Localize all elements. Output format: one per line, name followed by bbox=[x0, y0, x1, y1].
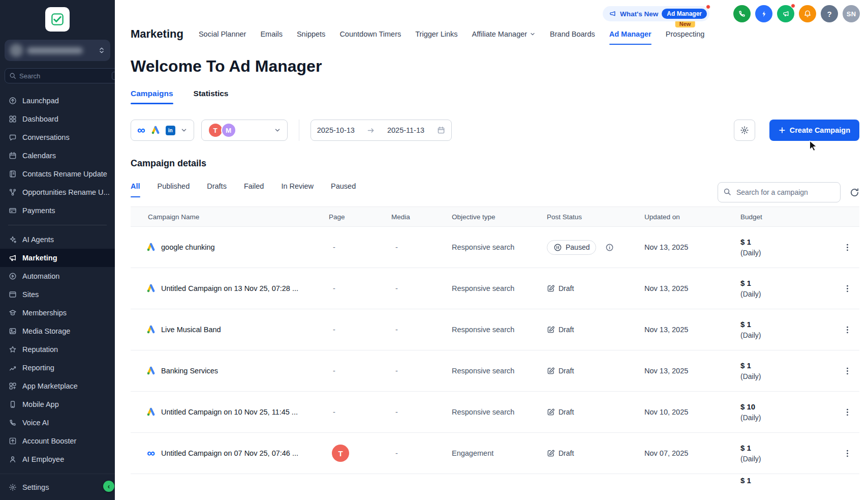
cell-campaign-name: ∞ Banking Services bbox=[131, 366, 329, 376]
sidebar-collapse-button[interactable]: ‹ bbox=[103, 481, 114, 492]
marketing-header: Marketing Social Planner Emails Snippets… bbox=[131, 27, 859, 41]
sidebar-item-dashboard[interactable]: Dashboard bbox=[0, 110, 115, 128]
sidebar-item-reputation[interactable]: Reputation bbox=[0, 340, 115, 359]
table-row[interactable]: ∞ Live Musical Band - - Responsive searc… bbox=[131, 309, 859, 350]
cell-post-status: Draft bbox=[547, 408, 644, 416]
notification-dot bbox=[706, 5, 710, 9]
agency-logo bbox=[45, 7, 70, 32]
tab-paused[interactable]: Paused bbox=[331, 182, 356, 197]
sidebar-item-voice-ai[interactable]: Voice AI bbox=[0, 414, 115, 432]
help-button[interactable]: ? bbox=[821, 5, 838, 22]
user-avatar[interactable]: SN bbox=[843, 5, 860, 22]
sidebar-item-launchpad[interactable]: Launchpad bbox=[0, 92, 115, 110]
sidebar-item-conversations[interactable]: Conversations bbox=[0, 128, 115, 146]
tab-all[interactable]: All bbox=[131, 182, 140, 197]
tab-countdown-timers[interactable]: Countdown Timers bbox=[339, 30, 401, 38]
tab-campaigns[interactable]: Campaigns bbox=[131, 89, 173, 104]
sidebar-item-app-marketplace[interactable]: App Marketplace bbox=[0, 377, 115, 395]
table-row[interactable]: ∞ Untitled Campaign on 10 Nov 25, 11:45 … bbox=[131, 392, 859, 433]
tab-ad-manager[interactable]: Ad Manager bbox=[609, 30, 652, 38]
sidebar-item-account-booster[interactable]: Account Booster bbox=[0, 432, 115, 450]
tab-prospecting[interactable]: New Prospecting bbox=[666, 30, 705, 38]
table-row[interactable]: ∞ Untitled Campaign on 13 Nov 25, 07:28 … bbox=[131, 268, 859, 309]
campaign-name-link[interactable]: Live Musical Band bbox=[161, 326, 221, 334]
sidebar-item-payments[interactable]: Payments bbox=[0, 201, 115, 220]
cell-page: - bbox=[329, 243, 391, 252]
phone-button[interactable] bbox=[733, 5, 751, 22]
campaign-search-input[interactable] bbox=[718, 182, 841, 202]
ad-account-dropdown[interactable]: T M bbox=[201, 120, 288, 141]
whats-new-button[interactable]: What's New Ad Manager bbox=[603, 6, 709, 21]
sidebar-item-media-storage[interactable]: Media Storage bbox=[0, 322, 115, 340]
row-menu-button[interactable] bbox=[835, 243, 859, 252]
kebab-menu-icon bbox=[843, 449, 852, 458]
sidebar-search[interactable]: ⌘ K bbox=[5, 68, 115, 83]
status-badge: Draft bbox=[547, 449, 574, 457]
tab-in-review[interactable]: In Review bbox=[281, 182, 314, 197]
sidebar-item-settings[interactable]: Settings bbox=[0, 474, 115, 500]
sidebar-item-marketing[interactable]: Marketing bbox=[0, 249, 115, 267]
sidebar-search-input[interactable] bbox=[19, 72, 109, 80]
refresh-button[interactable] bbox=[850, 188, 859, 197]
tab-social-planner[interactable]: Social Planner bbox=[199, 30, 246, 38]
sidebar-item-label: Mobile App bbox=[22, 400, 59, 408]
cell-media: - bbox=[391, 326, 452, 334]
row-menu-button[interactable] bbox=[835, 408, 859, 417]
sidebar-item-reporting[interactable]: Reporting bbox=[0, 359, 115, 377]
tab-snippets[interactable]: Snippets bbox=[297, 30, 325, 38]
row-menu-button[interactable] bbox=[835, 284, 859, 293]
info-icon[interactable] bbox=[605, 243, 614, 252]
tab-drafts[interactable]: Drafts bbox=[207, 182, 227, 197]
sidebar-item-calendars[interactable]: Calendars bbox=[0, 146, 115, 165]
notifications-button[interactable] bbox=[799, 5, 816, 22]
sidebar-item-contacts[interactable]: Contacts Rename Update bbox=[0, 165, 115, 183]
cell-campaign-name: ∞ Untitled Campaign on 10 Nov 25, 11:45 … bbox=[131, 407, 329, 417]
tab-published[interactable]: Published bbox=[158, 182, 190, 197]
campaign-settings-button[interactable] bbox=[734, 120, 755, 141]
campaign-name-link[interactable]: Untitled Campaign on 10 Nov 25, 11:45 ..… bbox=[161, 408, 298, 416]
sidebar-divider bbox=[8, 225, 107, 225]
budget-period: (Daily) bbox=[740, 455, 835, 463]
linkedin-icon: in bbox=[166, 126, 175, 135]
sidebar-item-ai-employee[interactable]: AI Employee bbox=[0, 450, 115, 468]
tab-statistics[interactable]: Statistics bbox=[194, 89, 229, 104]
sidebar-item-opportunities[interactable]: Opportunities Rename U... bbox=[0, 183, 115, 201]
sidebar-item-label: AI Employee bbox=[22, 455, 64, 463]
budget-amount: $ 1 bbox=[740, 361, 835, 370]
sidebar-item-sites[interactable]: Sites bbox=[0, 285, 115, 304]
table-row[interactable]: ∞ google chunking - - Responsive search … bbox=[131, 227, 859, 268]
row-menu-button[interactable] bbox=[835, 367, 859, 375]
cell-media: - bbox=[391, 284, 452, 292]
tab-affiliate-manager[interactable]: Affiliate Manager bbox=[472, 30, 536, 38]
table-row[interactable]: ∞ Untitled Campaign on 07 Nov 25, 07:46 … bbox=[131, 433, 859, 474]
tools-button[interactable] bbox=[755, 5, 772, 22]
tab-brand-boards[interactable]: Brand Boards bbox=[550, 30, 595, 38]
table-row[interactable]: ∞ Banking Services - - Responsive search… bbox=[131, 350, 859, 392]
sidebar-item-ai-agents[interactable]: AI Agents bbox=[0, 230, 115, 249]
cell-page: - bbox=[329, 325, 391, 334]
campaign-name-link[interactable]: google chunking bbox=[161, 243, 215, 251]
col-campaign-name: Campaign Name bbox=[131, 213, 329, 221]
divider bbox=[299, 120, 299, 141]
platform-filter-dropdown[interactable]: ∞ in bbox=[131, 120, 194, 141]
account-switcher[interactable] bbox=[5, 40, 110, 61]
row-menu-button[interactable] bbox=[835, 326, 859, 334]
sidebar-item-mobile-app[interactable]: Mobile App bbox=[0, 395, 115, 414]
tab-failed[interactable]: Failed bbox=[244, 182, 264, 197]
sidebar-item-label: Memberships bbox=[22, 309, 67, 317]
campaign-name-link[interactable]: Untitled Campaign on 07 Nov 25, 07:46 ..… bbox=[161, 449, 298, 457]
promotions-button[interactable] bbox=[777, 5, 794, 22]
sidebar-item-automation[interactable]: Automation bbox=[0, 267, 115, 285]
pause-circle-icon bbox=[553, 243, 562, 252]
campaign-name-link[interactable]: Untitled Campaign on 13 Nov 25, 07:28 ..… bbox=[161, 284, 298, 292]
tab-emails[interactable]: Emails bbox=[260, 30, 283, 38]
create-campaign-button[interactable]: Create Campaign bbox=[769, 120, 859, 141]
sidebar-item-memberships[interactable]: Memberships bbox=[0, 304, 115, 322]
date-range-picker[interactable]: 2025-10-13 2025-11-13 bbox=[311, 120, 452, 141]
tab-trigger-links[interactable]: Trigger Links bbox=[415, 30, 457, 38]
megaphone-icon bbox=[782, 10, 790, 18]
campaign-name-link[interactable]: Banking Services bbox=[161, 367, 218, 375]
cell-media: - bbox=[391, 408, 452, 416]
row-menu-button[interactable] bbox=[835, 449, 859, 458]
campaign-search bbox=[718, 182, 841, 202]
